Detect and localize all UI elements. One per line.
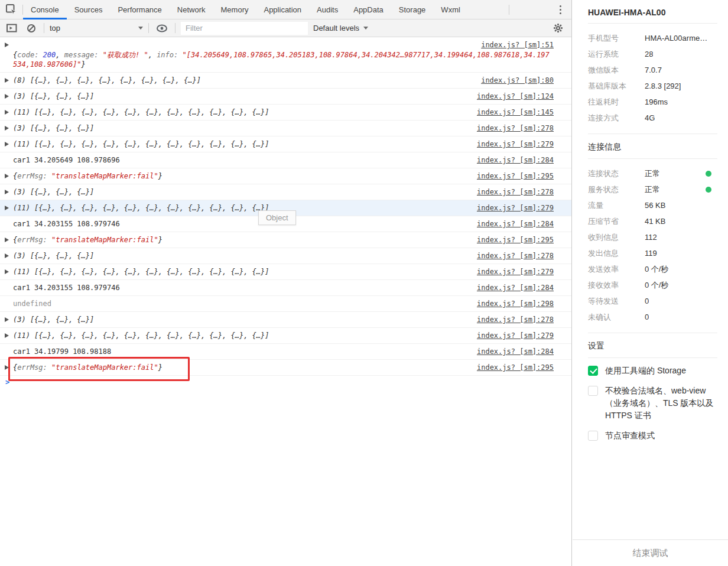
source-link[interactable]: index.js? [sm]:278 [477,251,554,261]
source-link[interactable]: index.js? [sm]:278 [477,315,554,324]
kebab-menu-icon[interactable] [550,0,571,19]
info-value: 56 KB [645,201,665,210]
connection-info-row: 收到信息112 [588,229,717,245]
live-expression-eye-icon[interactable] [154,24,170,32]
default-levels-label: Default levels [313,24,359,32]
drawer-toggle-icon[interactable] [5,24,19,32]
console-message: (11) [{…}, {…}, {…}, {…}, {…}, {…}, {…},… [13,331,469,340]
setting-option[interactable]: 不校验合法域名、web-view（业务域名）、TLS 版本以及 HTTPS 证书 [588,385,717,422]
source-link[interactable]: index.js? [sm]:295 [477,363,554,372]
source-link[interactable]: index.js? [sm]:298 [477,299,554,308]
connection-info-row: 等待发送0 [588,293,717,309]
source-link[interactable]: index.js? [sm]:279 [477,203,554,213]
info-value: 0 个/秒 [645,280,668,291]
source-link[interactable]: index.js? [sm]:284 [477,219,554,229]
default-levels-dropdown[interactable]: Default levels [313,24,368,32]
device-info-row: 手机型号HMA-AL00arme… [588,30,717,46]
info-label: 接收效率 [588,280,645,291]
expand-arrow[interactable] [5,174,9,178]
expand-arrow[interactable] [5,126,9,131]
source-link[interactable]: index.js? [sm]:124 [477,92,554,101]
tab-appdata[interactable]: AppData [346,0,391,19]
source-link[interactable]: index.js? [sm]:80 [481,76,554,85]
source-link[interactable]: index.js? [sm]:284 [477,347,554,356]
setting-label: 不校验合法域名、web-view（业务域名）、TLS 版本以及 HTTPS 证书 [605,385,717,422]
expand-arrow[interactable] [5,206,9,210]
expand-arrow[interactable] [5,238,9,242]
console-row: index.js? [sm]:51{code: 200, message: "获… [0,37,571,73]
console-row: (11) [{…}, {…}, {…}, {…}, {…}, {…}, {…},… [0,264,571,280]
tab-storage[interactable]: Storage [391,0,434,19]
filter-input[interactable] [181,22,308,35]
message-segment: errMsg: [17,172,51,180]
source-link[interactable]: index.js? [sm]:284 [477,283,554,292]
info-label: 往返耗时 [588,97,645,108]
source-link[interactable]: index.js? [sm]:295 [477,235,554,245]
message-segment: info: [157,51,182,59]
console-prompt[interactable]: > [0,376,571,389]
message-segment: errMsg: [17,236,51,244]
source-link[interactable]: index.js? [sm]:51 [13,40,554,50]
expand-arrow[interactable] [5,365,9,370]
expand-arrow[interactable] [5,253,9,258]
source-link[interactable]: index.js? [sm]:145 [477,108,554,117]
console-toolbar: top Default levels [0,19,571,37]
checkbox[interactable] [588,431,598,441]
expand-arrow[interactable] [5,94,9,99]
tab-network[interactable]: Network [170,0,213,19]
setting-option[interactable]: 节点审查模式 [588,430,717,442]
chevron-down-icon [363,27,368,30]
tab-performance[interactable]: Performance [110,0,169,19]
checkbox[interactable] [588,366,598,376]
console-row: car1 34.19799 108.98188index.js? [sm]:28… [0,344,571,360]
remote-debug-panel: HUAWEI-HMA-AL00 手机型号HMA-AL00arme…运行系统28微… [573,0,728,566]
info-label: 服务状态 [588,184,645,195]
console-message: (3) [{…}, {…}, {…}] [13,92,469,101]
source-link[interactable]: index.js? [sm]:278 [477,123,554,133]
connection-info-section: 连接信息 连接状态正常服务状态正常流量56 KB压缩节省41 KB收到信息112… [588,134,717,333]
end-debug-button[interactable]: 结束调试 [573,539,728,566]
tab-memory[interactable]: Memory [213,0,256,19]
info-label: 手机型号 [588,33,645,44]
source-link[interactable]: index.js? [sm]:279 [477,267,554,277]
info-value: 119 [645,249,657,258]
message-segment: } [158,172,162,180]
info-label: 发送效率 [588,264,645,275]
expand-arrow[interactable] [5,78,9,83]
gear-icon[interactable] [549,23,567,33]
info-label: 流量 [588,200,645,211]
expand-arrow[interactable] [5,142,9,147]
message-segment: } [82,60,86,69]
console-message: (11) [{…}, {…}, {…}, {…}, {…}, {…}, {…},… [13,203,469,213]
source-link[interactable]: index.js? [sm]:295 [477,171,554,181]
tab-audits[interactable]: Audits [309,0,346,19]
console-log-area: index.js? [sm]:51{code: 200, message: "获… [0,37,571,566]
source-link[interactable]: index.js? [sm]:278 [477,187,554,197]
expand-arrow[interactable] [5,110,9,115]
info-label: 连接状态 [588,168,645,179]
tab-sources[interactable]: Sources [67,0,110,19]
clear-console-icon[interactable] [24,24,38,33]
tab-console[interactable]: Console [23,0,67,19]
setting-option[interactable]: 使用工具端的 Storage [588,365,717,377]
expand-arrow[interactable] [5,269,9,274]
inspect-icon[interactable] [0,0,22,19]
console-message: (8) [{…}, {…}, {…}, {…}, {…}, {…}, {…}, … [13,76,473,85]
source-link[interactable]: index.js? [sm]:279 [477,139,554,149]
source-link[interactable]: index.js? [sm]:279 [477,331,554,340]
expand-arrow[interactable] [5,333,9,338]
checkbox[interactable] [588,386,598,396]
info-value: 196ms [645,97,668,106]
tab-wxml[interactable]: Wxml [433,0,468,19]
expand-arrow[interactable] [5,43,9,47]
expand-arrow[interactable] [5,190,9,194]
source-link[interactable]: index.js? [sm]:284 [477,155,554,165]
context-dropdown[interactable]: top [50,24,143,32]
console-message: (11) [{…}, {…}, {…}, {…}, {…}, {…}, {…},… [13,108,469,117]
expand-arrow[interactable] [5,317,9,322]
tab-application[interactable]: Application [256,0,309,19]
console-row: {errMsg: "translateMapMarker:fail"}index… [0,232,571,248]
console-message: car1 34.205649 108.978696 [13,155,469,165]
info-label: 连接方式 [588,113,645,123]
console-row: car1 34.205649 108.978696index.js? [sm]:… [0,152,571,168]
